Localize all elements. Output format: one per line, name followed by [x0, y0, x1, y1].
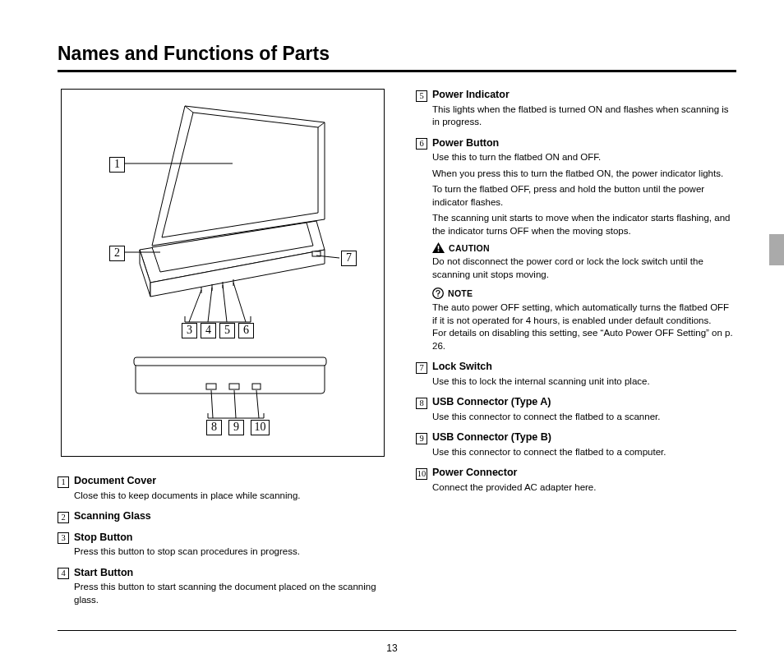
- part-item: 2Scanning Glass: [58, 510, 385, 523]
- svg-rect-29: [438, 246, 440, 250]
- warning-icon: [432, 242, 445, 253]
- part-number: 7: [416, 362, 427, 374]
- part-item: 7Lock SwitchUse this to lock the interna…: [416, 361, 736, 388]
- part-item: 1Document CoverClose this to keep docume…: [58, 475, 385, 502]
- part-title: Power Button: [432, 137, 499, 149]
- svg-line-16: [189, 290, 201, 322]
- part-number: 3: [58, 532, 69, 544]
- page-number: 13: [0, 642, 784, 654]
- part-item: 4Start ButtonPress this button to start …: [58, 567, 385, 607]
- hint-icon: [432, 288, 444, 299]
- part-title: Stop Button: [74, 532, 133, 543]
- svg-line-17: [208, 288, 212, 322]
- footer-rule: [58, 630, 736, 631]
- part-description: Use this to lock the internal scanning u…: [432, 375, 736, 389]
- title-rule: [58, 70, 736, 72]
- callout-5: 5: [219, 323, 235, 338]
- svg-point-32: [437, 296, 439, 297]
- part-number: 5: [416, 90, 427, 102]
- callout-8: 8: [206, 420, 222, 435]
- callout-10: 10: [251, 420, 270, 435]
- part-number: 2: [58, 512, 69, 523]
- svg-rect-21: [134, 357, 326, 366]
- part-description: This lights when the flatbed is turned O…: [432, 104, 736, 129]
- part-item: 9USB Connector (Type B)Use this connecto…: [416, 431, 736, 458]
- callout-9: 9: [228, 420, 244, 435]
- callout-6: 6: [238, 323, 254, 338]
- part-description: Press this button to start scanning the …: [74, 581, 385, 606]
- page-tab: [769, 234, 784, 265]
- part-description: Use this connector to connect the flatbe…: [432, 446, 736, 459]
- caution-block: CAUTIONDo not disconnect the power cord …: [432, 242, 736, 281]
- part-number: 4: [58, 568, 69, 579]
- part-number: 8: [416, 398, 427, 409]
- part-title: Lock Switch: [432, 361, 492, 372]
- part-description: Use this connector to connect the flatbe…: [432, 411, 736, 424]
- caution-label: CAUTION: [449, 243, 490, 253]
- note-text: The auto power OFF setting, which automa…: [432, 301, 736, 352]
- svg-line-18: [223, 285, 227, 322]
- part-item: 3Stop ButtonPress this button to stop sc…: [58, 532, 385, 559]
- part-title: Scanning Glass: [74, 510, 151, 522]
- svg-line-19: [233, 283, 246, 322]
- part-item: 8USB Connector (Type A)Use this connecto…: [416, 396, 736, 423]
- callout-3: 3: [182, 323, 197, 338]
- note-label: NOTE: [448, 288, 473, 298]
- part-description: Connect the provided AC adapter here.: [432, 481, 736, 495]
- callout-4: 4: [201, 323, 216, 338]
- part-description: Press this button to stop scan procedure…: [74, 545, 385, 559]
- caution-text: Do not disconnect the power cord or lock…: [432, 255, 736, 281]
- parts-diagram: 1 2 7 3 4 5 6 8 9 10: [61, 89, 385, 457]
- note-block: NOTEThe auto power OFF setting, which au…: [432, 288, 736, 352]
- part-description: Use this to turn the flatbed ON and OFF.…: [432, 151, 736, 237]
- part-number: 6: [416, 138, 427, 150]
- part-number: 1: [58, 476, 69, 488]
- callout-1: 1: [109, 157, 125, 173]
- part-title: USB Connector (Type B): [432, 431, 551, 443]
- svg-line-25: [211, 390, 213, 418]
- svg-rect-22: [206, 384, 216, 389]
- part-title: Power Connector: [432, 467, 518, 478]
- part-title: USB Connector (Type A): [432, 396, 551, 407]
- svg-line-27: [256, 390, 259, 418]
- callout-2: 2: [109, 246, 125, 261]
- svg-rect-23: [229, 384, 239, 389]
- part-description: Close this to keep documents in place wh…: [74, 490, 385, 503]
- part-title: Document Cover: [74, 475, 156, 486]
- scanner-illustration: [62, 90, 384, 456]
- callout-7: 7: [341, 251, 357, 266]
- svg-rect-30: [438, 251, 440, 252]
- part-number: 9: [416, 433, 427, 444]
- svg-line-26: [234, 390, 236, 418]
- svg-rect-24: [252, 384, 261, 389]
- part-title: Power Indicator: [432, 89, 510, 100]
- part-item: 10Power ConnectorConnect the provided AC…: [416, 467, 736, 494]
- part-title: Start Button: [74, 567, 133, 578]
- page-title: Names and Functions of Parts: [58, 43, 736, 65]
- part-number: 10: [416, 468, 427, 480]
- part-item: 6Power ButtonUse this to turn the flatbe…: [416, 137, 736, 353]
- part-item: 5Power IndicatorThis lights when the fla…: [416, 89, 736, 129]
